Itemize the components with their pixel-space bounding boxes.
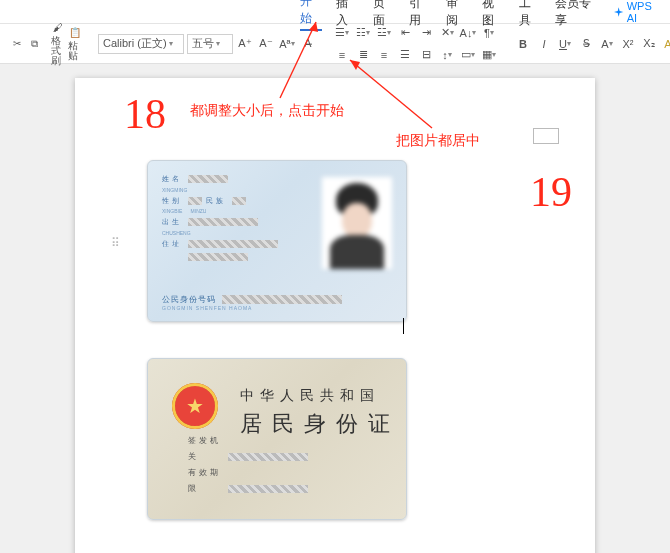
annotation-arrow-2 — [0, 0, 670, 553]
svg-line-3 — [350, 60, 432, 128]
svg-marker-4 — [350, 60, 360, 70]
